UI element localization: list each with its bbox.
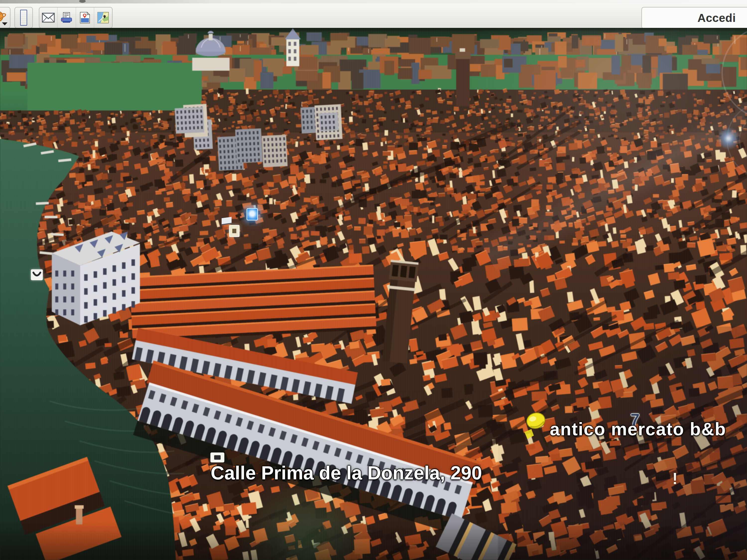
screen-photo: Accedi 7 ! Calle Prima de la Donzela, 2 bbox=[0, 0, 747, 560]
placemark-label[interactable]: antico mercato b&b bbox=[550, 420, 726, 438]
photo-icon-smile[interactable] bbox=[31, 269, 43, 280]
earth-3d-viewport[interactable]: 7 ! Calle Prima de la Donzela, 290 antic… bbox=[0, 28, 747, 560]
pushpin-reflection bbox=[524, 429, 534, 439]
planet-icon bbox=[0, 8, 9, 27]
save-image-button[interactable] bbox=[76, 7, 94, 28]
toolbar-button-group bbox=[39, 7, 112, 28]
white-flag bbox=[222, 217, 232, 225]
view-in-maps-button[interactable] bbox=[94, 7, 112, 28]
photo-icon-blue[interactable] bbox=[247, 208, 258, 220]
save-image-icon bbox=[79, 12, 91, 24]
dropdown-arrow-icon bbox=[2, 22, 7, 25]
planet-switcher-button[interactable] bbox=[0, 7, 10, 28]
smile-curve-icon bbox=[32, 271, 42, 278]
photo-icon-camera[interactable] bbox=[210, 452, 224, 462]
pushpin-head bbox=[525, 411, 547, 431]
pushpin-needle bbox=[538, 427, 547, 446]
envelope-icon bbox=[42, 13, 55, 23]
email-button[interactable] bbox=[39, 7, 57, 28]
accedi-signin-button[interactable]: Accedi bbox=[641, 7, 747, 29]
photo-icon-cream[interactable] bbox=[229, 225, 239, 237]
google-earth-toolbar: Accedi bbox=[0, 3, 747, 29]
glyph-exclaim-marker: ! bbox=[672, 470, 677, 488]
ruler-tool-button[interactable] bbox=[15, 7, 33, 28]
maps-icon bbox=[97, 12, 109, 24]
signin-label: Accedi bbox=[697, 11, 736, 25]
print-button[interactable] bbox=[57, 7, 76, 28]
street-address-label[interactable]: Calle Prima de la Donzela, 290 bbox=[211, 463, 482, 482]
ruler-icon bbox=[20, 10, 27, 26]
screen-top-edge bbox=[0, 0, 747, 3]
printer-icon bbox=[60, 12, 73, 23]
